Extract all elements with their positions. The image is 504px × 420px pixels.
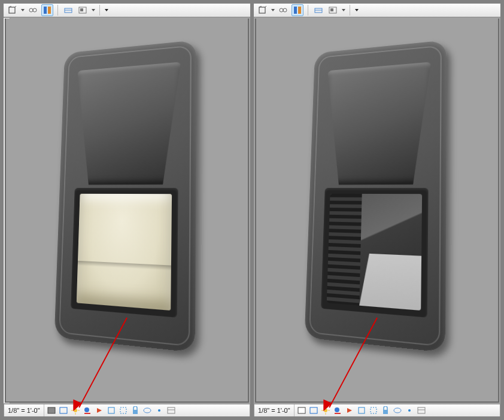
rendering-icon[interactable] [345,406,354,415]
separator-icon [308,5,308,16]
visual-style-icon[interactable] [47,406,56,415]
svg-point-3 [29,8,33,12]
reveal-hidden-icon[interactable] [154,406,164,415]
svg-rect-49 [383,410,388,414]
view-properties-icon[interactable] [166,406,176,415]
svg-line-29 [265,6,266,7]
view-control-bar: 1/8" = 1'-0" [254,404,500,416]
svg-rect-0 [9,7,15,13]
svg-rect-47 [359,407,365,413]
svg-rect-48 [371,407,377,413]
detail-level-icon[interactable] [312,4,324,16]
svg-point-18 [84,407,89,412]
svg-point-30 [280,8,283,12]
toilet-paper-dispenser-model [305,41,445,340]
scale-value: 1/8" = 1'-0" [258,407,290,414]
glasses-icon[interactable] [27,4,39,16]
rendering-icon[interactable] [95,406,104,415]
scale-display[interactable]: 1/8" = 1'-0" [254,404,294,416]
svg-rect-38 [298,407,305,413]
svg-rect-11 [48,407,55,413]
view-properties-icon[interactable] [417,406,426,415]
view-cube-icon[interactable] [256,4,268,16]
svg-point-23 [144,408,151,413]
svg-point-40 [324,409,327,412]
hide-category-icon[interactable] [77,4,89,16]
roll-cavity [77,194,172,311]
lower-frame [321,188,429,318]
paper-roll [77,194,172,311]
svg-rect-33 [298,7,301,14]
svg-line-2 [15,6,16,7]
dropdown-icon[interactable] [271,9,275,11]
shadows-icon[interactable] [83,406,92,415]
overflow-icon[interactable] [105,9,108,11]
svg-rect-20 [108,407,114,413]
svg-point-13 [74,409,77,412]
toilet-paper-dispenser-model [54,41,195,340]
svg-rect-21 [120,407,126,413]
crop-icon[interactable] [107,406,116,415]
temp-hide-icon[interactable] [393,406,402,415]
lower-frame [71,188,178,318]
separator-icon [57,5,58,16]
view-cube-icon[interactable] [6,4,18,16]
sun-path-icon[interactable] [321,406,330,415]
drawing-canvas[interactable] [5,19,249,403]
wall-plate [54,40,196,353]
glasses-icon[interactable] [277,4,289,16]
svg-point-24 [158,409,160,412]
upper-hopper [74,62,181,185]
overflow-icon[interactable] [355,9,359,11]
svg-point-45 [335,407,339,412]
view-toolbar [254,4,500,17]
viewport-pane-left: 1/8" = 1'-0" [4,4,252,416]
crop-region-icon[interactable] [369,406,378,415]
wall-plate [304,40,447,353]
svg-rect-12 [60,407,67,413]
model-display-icon[interactable] [309,406,318,415]
svg-rect-10 [80,8,83,11]
scale-value: 1/8" = 1'-0" [8,407,40,414]
scale-display[interactable]: 1/8" = 1'-0" [4,404,44,416]
sun-path-icon[interactable] [71,406,80,415]
upper-hopper [324,62,431,185]
separator-icon [350,5,350,16]
crop-region-icon[interactable] [119,406,128,415]
drawing-canvas[interactable] [255,19,499,403]
model-display-icon[interactable] [59,406,68,415]
reveal-hidden-icon[interactable] [405,406,414,415]
crop-icon[interactable] [357,406,366,415]
detail-level-icon[interactable] [62,4,74,16]
svg-rect-52 [418,407,425,413]
lock-view-icon[interactable] [130,406,140,415]
svg-rect-22 [133,410,138,414]
dropdown-icon[interactable] [92,9,95,11]
hide-category-icon[interactable] [327,4,339,16]
viewport-pane-right: 1/8" = 1'-0" [252,4,500,416]
svg-rect-5 [44,7,47,14]
dropdown-icon[interactable] [342,9,345,11]
view-control-bar: 1/8" = 1'-0" [4,404,250,416]
svg-rect-32 [294,7,297,14]
separator-icon [99,5,100,16]
svg-point-51 [408,409,411,412]
svg-point-31 [283,8,287,12]
roll-cavity-empty [327,194,422,311]
svg-point-4 [33,8,37,12]
svg-rect-25 [168,407,175,413]
thin-lines-icon[interactable] [292,4,303,16]
svg-rect-27 [259,7,265,13]
temp-hide-icon[interactable] [142,406,152,415]
comparison-container: 1/8" = 1'-0" [0,0,504,420]
svg-rect-39 [310,407,317,413]
dropdown-icon[interactable] [21,9,25,11]
svg-rect-37 [330,8,333,11]
lock-view-icon[interactable] [381,406,390,415]
svg-rect-6 [48,7,51,14]
visual-style-icon[interactable] [297,406,306,415]
thin-lines-icon[interactable] [41,4,53,16]
view-toolbar [4,4,250,17]
svg-point-50 [394,408,401,413]
shadows-icon[interactable] [333,406,342,415]
